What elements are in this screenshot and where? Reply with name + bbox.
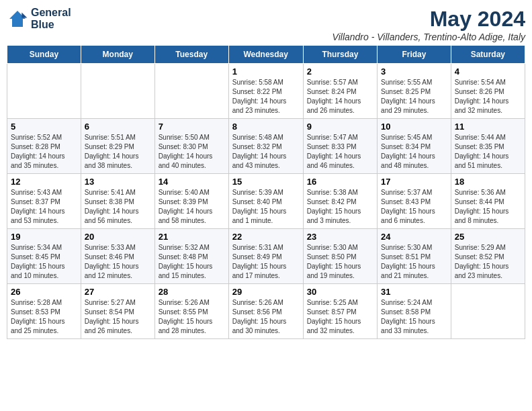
cell-date-number: 6 — [85, 122, 151, 132]
day-header-sunday: Sunday — [7, 46, 81, 64]
cell-info: Sunrise: 5:33 AM Sunset: 8:46 PM Dayligh… — [85, 243, 151, 281]
cell-date-number: 17 — [381, 177, 447, 187]
cell-date-number: 12 — [11, 177, 77, 187]
calendar-cell: 4Sunrise: 5:54 AM Sunset: 8:26 PM Daylig… — [451, 64, 525, 119]
calendar-cell: 21Sunrise: 5:32 AM Sunset: 8:48 PM Dayli… — [154, 229, 228, 284]
cell-date-number: 14 — [159, 177, 225, 187]
calendar-cell: 9Sunrise: 5:47 AM Sunset: 8:33 PM Daylig… — [303, 119, 377, 174]
week-row-4: 19Sunrise: 5:34 AM Sunset: 8:45 PM Dayli… — [7, 229, 525, 284]
calendar-cell: 28Sunrise: 5:26 AM Sunset: 8:55 PM Dayli… — [154, 284, 228, 339]
svg-marker-1 — [21, 12, 27, 17]
cell-info: Sunrise: 5:37 AM Sunset: 8:43 PM Dayligh… — [381, 188, 447, 226]
day-header-thursday: Thursday — [303, 46, 377, 64]
calendar-body: 1Sunrise: 5:58 AM Sunset: 8:22 PM Daylig… — [7, 64, 525, 339]
cell-info: Sunrise: 5:50 AM Sunset: 8:30 PM Dayligh… — [159, 133, 225, 171]
calendar-cell: 30Sunrise: 5:25 AM Sunset: 8:57 PM Dayli… — [303, 284, 377, 339]
cell-date-number: 22 — [232, 232, 300, 242]
calendar-cell: 23Sunrise: 5:30 AM Sunset: 8:50 PM Dayli… — [303, 229, 377, 284]
logo: General Blue — [7, 7, 71, 30]
calendar-cell: 13Sunrise: 5:41 AM Sunset: 8:38 PM Dayli… — [81, 174, 154, 229]
cell-date-number: 5 — [11, 122, 77, 132]
cell-info: Sunrise: 5:39 AM Sunset: 8:40 PM Dayligh… — [232, 188, 300, 226]
cell-date-number: 11 — [455, 122, 521, 132]
logo-line2: Blue — [31, 19, 71, 31]
calendar-cell — [7, 64, 81, 119]
cell-info: Sunrise: 5:44 AM Sunset: 8:35 PM Dayligh… — [455, 133, 521, 171]
main-title: May 2024 — [332, 7, 525, 32]
cell-date-number: 20 — [85, 232, 151, 242]
day-header-saturday: Saturday — [451, 46, 525, 64]
day-header-monday: Monday — [81, 46, 154, 64]
calendar-table: SundayMondayTuesdayWednesdayThursdayFrid… — [7, 45, 525, 339]
calendar-cell: 11Sunrise: 5:44 AM Sunset: 8:35 PM Dayli… — [451, 119, 525, 174]
cell-info: Sunrise: 5:38 AM Sunset: 8:42 PM Dayligh… — [307, 188, 373, 226]
calendar-cell — [451, 284, 525, 339]
logo-line1: General — [31, 7, 71, 19]
cell-info: Sunrise: 5:31 AM Sunset: 8:49 PM Dayligh… — [232, 243, 300, 281]
day-headers-row: SundayMondayTuesdayWednesdayThursdayFrid… — [7, 46, 525, 64]
cell-info: Sunrise: 5:27 AM Sunset: 8:54 PM Dayligh… — [85, 298, 151, 336]
cell-date-number: 2 — [307, 66, 373, 77]
cell-info: Sunrise: 5:26 AM Sunset: 8:56 PM Dayligh… — [232, 298, 300, 336]
cell-date-number: 13 — [85, 177, 151, 187]
cell-date-number: 8 — [232, 122, 300, 132]
cell-info: Sunrise: 5:24 AM Sunset: 8:58 PM Dayligh… — [381, 298, 447, 336]
cell-date-number: 27 — [85, 287, 151, 297]
calendar-cell: 15Sunrise: 5:39 AM Sunset: 8:40 PM Dayli… — [228, 174, 303, 229]
cell-date-number: 1 — [232, 66, 300, 77]
calendar-cell: 29Sunrise: 5:26 AM Sunset: 8:56 PM Dayli… — [228, 284, 303, 339]
svg-marker-0 — [9, 11, 26, 27]
cell-info: Sunrise: 5:57 AM Sunset: 8:24 PM Dayligh… — [307, 78, 373, 116]
calendar-cell: 14Sunrise: 5:40 AM Sunset: 8:39 PM Dayli… — [154, 174, 228, 229]
cell-info: Sunrise: 5:47 AM Sunset: 8:33 PM Dayligh… — [307, 133, 373, 171]
cell-info: Sunrise: 5:28 AM Sunset: 8:53 PM Dayligh… — [11, 298, 77, 336]
cell-info: Sunrise: 5:25 AM Sunset: 8:57 PM Dayligh… — [307, 298, 373, 336]
calendar-cell: 12Sunrise: 5:43 AM Sunset: 8:37 PM Dayli… — [7, 174, 81, 229]
cell-date-number: 19 — [11, 232, 77, 242]
page-header: General Blue May 2024 Villandro - Villan… — [7, 7, 525, 42]
cell-info: Sunrise: 5:30 AM Sunset: 8:50 PM Dayligh… — [307, 243, 373, 281]
cell-date-number: 4 — [455, 66, 521, 77]
calendar-cell: 24Sunrise: 5:30 AM Sunset: 8:51 PM Dayli… — [378, 229, 451, 284]
logo-icon — [7, 8, 28, 30]
cell-date-number: 9 — [307, 122, 373, 132]
cell-info: Sunrise: 5:32 AM Sunset: 8:48 PM Dayligh… — [159, 243, 225, 281]
cell-date-number: 16 — [307, 177, 373, 187]
cell-date-number: 3 — [381, 66, 447, 77]
calendar-cell: 10Sunrise: 5:45 AM Sunset: 8:34 PM Dayli… — [378, 119, 451, 174]
calendar-cell — [81, 64, 154, 119]
cell-info: Sunrise: 5:41 AM Sunset: 8:38 PM Dayligh… — [85, 188, 151, 226]
cell-info: Sunrise: 5:52 AM Sunset: 8:28 PM Dayligh… — [11, 133, 77, 171]
title-section: May 2024 Villandro - Villanders, Trentin… — [332, 7, 525, 42]
calendar-cell — [154, 64, 228, 119]
calendar-cell: 17Sunrise: 5:37 AM Sunset: 8:43 PM Dayli… — [378, 174, 451, 229]
cell-info: Sunrise: 5:51 AM Sunset: 8:29 PM Dayligh… — [85, 133, 151, 171]
cell-date-number: 10 — [381, 122, 447, 132]
calendar-cell: 8Sunrise: 5:48 AM Sunset: 8:32 PM Daylig… — [228, 119, 303, 174]
cell-info: Sunrise: 5:29 AM Sunset: 8:52 PM Dayligh… — [455, 243, 521, 281]
calendar-cell: 2Sunrise: 5:57 AM Sunset: 8:24 PM Daylig… — [303, 64, 377, 119]
calendar-cell: 6Sunrise: 5:51 AM Sunset: 8:29 PM Daylig… — [81, 119, 154, 174]
logo-text: General Blue — [31, 7, 71, 30]
calendar-cell: 1Sunrise: 5:58 AM Sunset: 8:22 PM Daylig… — [228, 64, 303, 119]
week-row-5: 26Sunrise: 5:28 AM Sunset: 8:53 PM Dayli… — [7, 284, 525, 339]
cell-date-number: 28 — [159, 287, 225, 297]
calendar-cell: 16Sunrise: 5:38 AM Sunset: 8:42 PM Dayli… — [303, 174, 377, 229]
cell-info: Sunrise: 5:36 AM Sunset: 8:44 PM Dayligh… — [455, 188, 521, 226]
calendar-cell: 5Sunrise: 5:52 AM Sunset: 8:28 PM Daylig… — [7, 119, 81, 174]
cell-info: Sunrise: 5:43 AM Sunset: 8:37 PM Dayligh… — [11, 188, 77, 226]
calendar-cell: 25Sunrise: 5:29 AM Sunset: 8:52 PM Dayli… — [451, 229, 525, 284]
calendar-cell: 31Sunrise: 5:24 AM Sunset: 8:58 PM Dayli… — [378, 284, 451, 339]
cell-date-number: 25 — [455, 232, 521, 242]
cell-date-number: 29 — [232, 287, 300, 297]
cell-info: Sunrise: 5:48 AM Sunset: 8:32 PM Dayligh… — [232, 133, 300, 171]
week-row-1: 1Sunrise: 5:58 AM Sunset: 8:22 PM Daylig… — [7, 64, 525, 119]
cell-info: Sunrise: 5:40 AM Sunset: 8:39 PM Dayligh… — [159, 188, 225, 226]
cell-date-number: 31 — [381, 287, 447, 297]
day-header-friday: Friday — [378, 46, 451, 64]
calendar-cell: 27Sunrise: 5:27 AM Sunset: 8:54 PM Dayli… — [81, 284, 154, 339]
cell-date-number: 30 — [307, 287, 373, 297]
calendar-cell: 26Sunrise: 5:28 AM Sunset: 8:53 PM Dayli… — [7, 284, 81, 339]
cell-info: Sunrise: 5:55 AM Sunset: 8:25 PM Dayligh… — [381, 78, 447, 116]
cell-info: Sunrise: 5:58 AM Sunset: 8:22 PM Dayligh… — [232, 78, 300, 116]
